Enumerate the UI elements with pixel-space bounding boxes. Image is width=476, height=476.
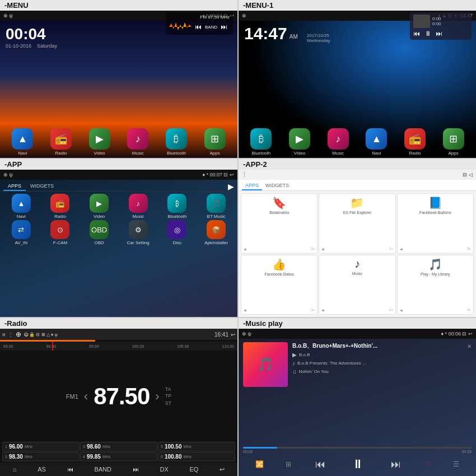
status-left-menu: ⊕ ψ xyxy=(3,13,13,18)
app-icon-radio[interactable]: 📻Radio xyxy=(50,128,72,156)
preset-unit: MHz xyxy=(102,455,110,459)
radio-dots[interactable]: ⋮ xyxy=(8,332,13,338)
status-bar-music: ⊕ ψ ♦ * 00:06 ⊟ ↩ xyxy=(239,329,476,339)
app-icon-circle-radio: 📻 xyxy=(404,128,426,150)
app-icon-navi[interactable]: ▲Navi xyxy=(2,194,40,219)
ctrl-prev[interactable]: ⏮ xyxy=(313,458,328,472)
app2-tab-apps[interactable]: APPS xyxy=(242,181,262,190)
radio-btn-[interactable]: ⏮ xyxy=(67,466,73,473)
player1-prev[interactable]: ⏮ xyxy=(413,30,420,38)
ctrl-next[interactable]: ⏭ xyxy=(389,458,403,472)
widget-bookmarks[interactable]: 🔖Bookmarks◀1+ xyxy=(241,193,318,254)
app-icon-music[interactable]: ♪Music xyxy=(328,128,349,156)
circle: 📦 xyxy=(207,220,226,239)
app-icon-radio[interactable]: 📻Radio xyxy=(404,128,426,156)
widget-play---my-library[interactable]: 🎵Play - My Library◀3+ xyxy=(397,255,474,315)
ctrl-shuffle[interactable]: 🔀 xyxy=(255,460,264,468)
music-progress[interactable]: 00:00 04:29 xyxy=(239,447,476,454)
app-icon-apkinstaller[interactable]: 📦ApkInstaller xyxy=(197,220,235,245)
app-icon-bluetooth[interactable]: ₿Bluetooth xyxy=(158,194,197,219)
app-icon-bluetooth[interactable]: ₿Bluetooth xyxy=(166,128,187,156)
ctrl-heart[interactable]: ♡ xyxy=(425,460,431,468)
app-icon-video[interactable]: ▶Video xyxy=(289,128,310,156)
tab-widgets[interactable]: WIDGETS xyxy=(26,182,58,191)
radio-preset-4[interactable]: 4 99.85 MHz xyxy=(80,452,157,461)
app-icon-apps[interactable]: ⊞Apps xyxy=(443,128,464,156)
radio-preset-5[interactable]: 5 100.50 MHz xyxy=(158,442,235,451)
radio-menu-icon[interactable]: ≡ xyxy=(2,332,6,338)
player1-next[interactable]: ⏭ xyxy=(436,30,442,38)
radio-btn-dx[interactable]: DX xyxy=(160,466,168,473)
cell-menu: -MENU ⊕ ψ ♦ * 00:04 ⊟ ↩ 00:04 01-10-2016… xyxy=(0,0,237,158)
menu-player: FM 87.50 MHz ⏮ BAND ⏭ xyxy=(166,12,233,35)
app-icon-music[interactable]: ♪Music xyxy=(119,194,157,219)
app-icons-menu1: ₿Bluetooth▶Video♪Music▲Navi📻Radio⊞Apps xyxy=(239,126,476,158)
time-current: 00:00 xyxy=(243,450,253,454)
radio-add-icon[interactable]: ⊕ xyxy=(16,330,21,338)
app-icon-bt-music[interactable]: 🎵BT Music xyxy=(197,194,235,219)
app-icon-navi[interactable]: ▲Navi xyxy=(12,128,33,156)
ctrl-eq[interactable]: ⊞ xyxy=(286,460,291,468)
app-icon-apps[interactable]: ⊞Apps xyxy=(204,128,226,156)
app-icon-label-video: Video xyxy=(94,151,105,156)
app-icon-navi[interactable]: ▲Navi xyxy=(366,128,387,156)
app-icon-f-cam[interactable]: ⊙F-CAM xyxy=(41,220,80,245)
status-right-app: ♦ * 00:07 ⊟ ↩ xyxy=(202,172,234,178)
preset-num: 2 xyxy=(5,455,7,459)
app-icon-music[interactable]: ♪Music xyxy=(127,128,148,156)
radio-preset-1[interactable]: 1 96.00 MHz xyxy=(2,442,80,451)
widget-facebook-buttons[interactable]: 📘Facebook Buttons◀3+ xyxy=(397,193,474,254)
radio-back[interactable]: ↩ xyxy=(231,332,235,338)
main-grid: -MENU ⊕ ψ ♦ * 00:04 ⊟ ↩ 00:04 01-10-2016… xyxy=(0,0,476,476)
widget-music[interactable]: ♪Music◀1+ xyxy=(319,255,395,315)
app-icon-disc[interactable]: ◎Disc xyxy=(158,220,197,245)
widget-es-file-explorer[interactable]: 📁ES File Explorer◀1+ xyxy=(319,193,395,254)
player1-time-total: 0:00 xyxy=(432,21,441,26)
widget-facebook-status[interactable]: 👍Facebook Status◀1+ xyxy=(241,255,318,315)
app-icon-circle-bluetooth: ₿ xyxy=(166,128,187,150)
tab-play-icon[interactable]: ▶ xyxy=(228,182,234,191)
app-icon-radio[interactable]: 📻Radio xyxy=(41,194,80,219)
music-close-btn[interactable]: ✕ xyxy=(467,343,472,349)
progress-bar[interactable] xyxy=(243,447,472,449)
app-icon-car-setting[interactable]: ⚙Car Setting xyxy=(119,220,157,245)
circle: ⊙ xyxy=(50,220,69,239)
radio-btn-[interactable]: ↩ xyxy=(220,466,225,473)
prev-btn[interactable]: ⏮ xyxy=(195,23,202,31)
app-icon-bluetooth[interactable]: ₿Bluetooth xyxy=(250,128,272,156)
preset-num: 6 xyxy=(161,455,163,459)
band-label[interactable]: BAND xyxy=(205,25,217,30)
queue-item-0: ▶ B.o.B xyxy=(292,351,472,358)
radio-btn-band[interactable]: BAND xyxy=(94,466,111,473)
radio-btn-[interactable]: ⌂ xyxy=(13,466,17,473)
app-icon-obd[interactable]: OBDOBD xyxy=(80,220,118,245)
radio-preset-3[interactable]: 3 98.60 MHz xyxy=(80,442,157,451)
app-icon-video[interactable]: ▶Video xyxy=(80,194,118,219)
next-btn[interactable]: ⏭ xyxy=(221,23,227,31)
app-icon-video[interactable]: ▶Video xyxy=(89,128,110,156)
radio-prev-btn[interactable]: ‹ xyxy=(84,389,88,404)
app2-tab-widgets[interactable]: WIDGETS xyxy=(262,181,292,190)
music-time: 00:00 04:29 xyxy=(243,450,472,454)
radio-btn-eq[interactable]: EQ xyxy=(189,466,198,473)
app-icon-label-radio: Radio xyxy=(409,151,421,156)
widget-title: Facebook Status xyxy=(244,272,315,276)
label: Video xyxy=(94,214,105,219)
radio-preset-6[interactable]: 6 100.80 MHz xyxy=(158,452,235,461)
tab-apps[interactable]: APPS xyxy=(3,182,26,191)
circle: 📻 xyxy=(50,194,69,213)
label: Music xyxy=(132,214,144,219)
ctrl-list[interactable]: ☰ xyxy=(453,460,459,468)
app2-status: ⋮ ⊟ ◁ xyxy=(239,170,476,180)
radio-btn-[interactable]: ⏭ xyxy=(133,466,139,473)
player1-play[interactable]: ⏸ xyxy=(424,30,431,38)
ctrl-play[interactable]: ⏸ xyxy=(349,456,366,473)
radio-next-btn[interactable]: › xyxy=(155,389,159,404)
preset-freq: 96.00 xyxy=(9,444,23,450)
radio-btn-as[interactable]: AS xyxy=(38,466,46,473)
radio-preset-2[interactable]: 2 98.30 MHz xyxy=(2,452,80,461)
app-icon-av_in[interactable]: ⇄AV_IN xyxy=(2,220,40,245)
app-icon-circle-music: ♪ xyxy=(328,128,349,150)
time-total: 04:29 xyxy=(461,450,472,454)
cell-music: -Music play ⊕ ψ ♦ * 00:06 ⊟ ↩ 🎵 B.o.B、Br… xyxy=(239,318,476,476)
